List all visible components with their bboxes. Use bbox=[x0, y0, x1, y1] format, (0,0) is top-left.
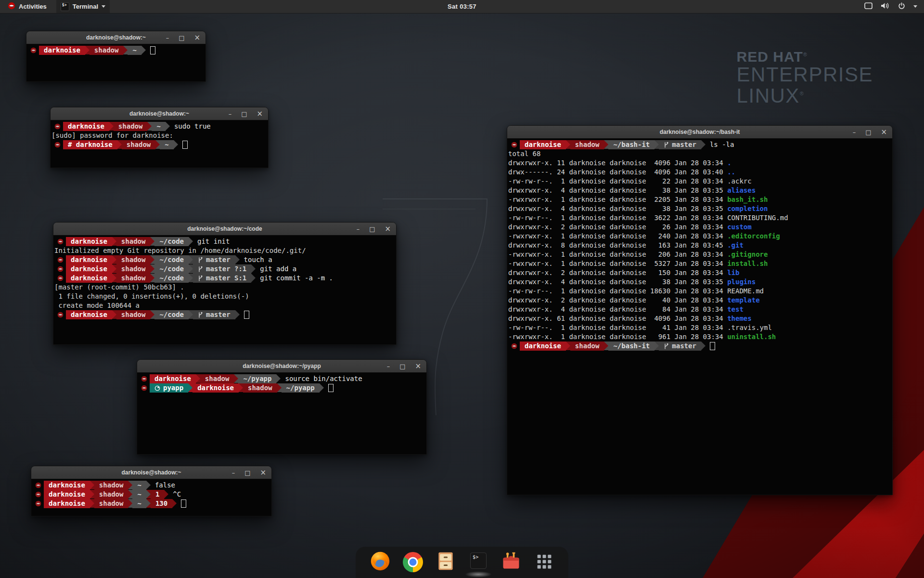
chevron-down-icon[interactable] bbox=[913, 5, 917, 8]
prompt-segment-text: master bbox=[672, 342, 696, 351]
volume-icon[interactable] bbox=[881, 2, 890, 11]
prompt-segment-text: shadow bbox=[248, 383, 272, 393]
terminal-cursor bbox=[150, 46, 155, 54]
ls-filename: plugins bbox=[727, 278, 756, 286]
window-titlebar[interactable]: darknoise@shadow:~/bash-it–□× bbox=[507, 126, 892, 139]
files-icon bbox=[435, 551, 456, 574]
prompt-segment-user: darknoise bbox=[44, 499, 90, 508]
dock-item-files[interactable] bbox=[435, 551, 457, 573]
minimize-button[interactable]: – bbox=[229, 111, 232, 117]
redhat-prompt-icon bbox=[51, 140, 63, 149]
terminal-content[interactable]: darknoiseshadow~sudo true[sudo] password… bbox=[51, 120, 268, 168]
ls-row: -rwxrwxr-x. 1 darknoise darknoise 206 Ja… bbox=[508, 250, 892, 259]
terminal-content[interactable]: darknoiseshadow~/bash-itmasterls -latota… bbox=[507, 139, 892, 495]
terminal-cursor bbox=[328, 384, 334, 392]
redhat-prompt-icon bbox=[508, 342, 520, 351]
powerline-separator-icon bbox=[239, 383, 243, 392]
prompt-segment-text: darknoise bbox=[71, 310, 107, 319]
prompt-segment-path: ~/pyapp bbox=[282, 383, 320, 393]
ls-filename: .editorconfig bbox=[727, 232, 780, 240]
prompt-segment-text: ~/code bbox=[159, 310, 184, 319]
close-button[interactable]: × bbox=[415, 363, 421, 369]
prompt-segment-user: darknoise bbox=[66, 264, 112, 274]
prompt-segment-text: darknoise bbox=[44, 46, 80, 55]
close-button[interactable]: × bbox=[881, 129, 887, 135]
window-titlebar[interactable]: darknoise@shadow:~/pyapp–□× bbox=[137, 360, 426, 373]
window-titlebar[interactable]: darknoise@shadow:~–□× bbox=[31, 466, 271, 479]
minimize-button[interactable]: – bbox=[387, 363, 390, 369]
close-button[interactable]: × bbox=[194, 35, 200, 41]
close-button[interactable]: × bbox=[257, 111, 263, 117]
close-button[interactable]: × bbox=[385, 226, 391, 232]
prompt-segment-host: shadow bbox=[570, 342, 604, 351]
maximize-button[interactable]: □ bbox=[241, 111, 247, 117]
app-menu-terminal[interactable]: $> Terminal bbox=[56, 0, 110, 13]
terminal-bash-it[interactable]: darknoise@shadow:~/bash-it–□×darknoisesh… bbox=[507, 125, 893, 495]
terminal-cursor bbox=[181, 499, 186, 508]
ls-row: -rw-rw-r--. 1 darknoise darknoise 41 Jan… bbox=[508, 323, 892, 332]
system-status-area[interactable] bbox=[864, 0, 924, 13]
prompt-segment-host: shadow bbox=[116, 310, 151, 319]
terminal-content[interactable]: darknoiseshadow~/pyappsource bin/activat… bbox=[137, 373, 426, 455]
window-titlebar[interactable]: darknoise@shadow:~–□× bbox=[51, 107, 268, 120]
terminal-code[interactable]: darknoise@shadow:~/code–□×darknoiseshado… bbox=[53, 222, 397, 345]
prompt-segment-text: shadow bbox=[575, 342, 600, 351]
minimize-button[interactable]: – bbox=[166, 35, 169, 41]
ls-columns: drwxrwxr-x. 4 darknoise darknoise 84 Jan… bbox=[508, 305, 727, 313]
terminal-home-1[interactable]: darknoise@shadow:~–□×darknoiseshadow~ bbox=[26, 31, 206, 82]
redhat-prompt-icon bbox=[54, 264, 66, 274]
clock[interactable]: Sat 03:57 bbox=[448, 3, 476, 10]
prompt-segment-text: ~ bbox=[137, 481, 141, 490]
terminal-pyapp[interactable]: darknoise@shadow:~/pyapp–□×darknoiseshad… bbox=[137, 359, 427, 455]
terminal-content[interactable]: darknoiseshadow~ bbox=[26, 44, 205, 82]
terminal-content[interactable]: darknoiseshadow~falsedarknoiseshadow~1^C… bbox=[31, 479, 271, 516]
maximize-button[interactable]: □ bbox=[399, 363, 405, 369]
terminal-prompt-line: # darknoiseshadow~ bbox=[51, 140, 268, 149]
minimize-button[interactable]: – bbox=[357, 226, 360, 232]
display-icon[interactable] bbox=[864, 2, 873, 11]
minimize-button[interactable]: – bbox=[853, 129, 856, 135]
terminal-home-exit[interactable]: darknoise@shadow:~–□×darknoiseshadow~fal… bbox=[31, 466, 272, 516]
prompt-segment-path: ~/code bbox=[154, 274, 189, 283]
window-titlebar[interactable]: darknoise@shadow:~–□× bbox=[26, 31, 205, 44]
activities-button[interactable]: Activities bbox=[5, 0, 50, 13]
dock-item-toolbox[interactable] bbox=[500, 551, 522, 573]
powerline-separator-icon bbox=[123, 46, 128, 54]
dock-item-terminal[interactable]: $> bbox=[467, 551, 489, 573]
window-controls: –□× bbox=[853, 126, 887, 138]
maximize-button[interactable]: □ bbox=[369, 226, 375, 232]
terminal-content[interactable]: darknoiseshadow~/codegit initInitialized… bbox=[53, 236, 396, 345]
maximize-button[interactable]: □ bbox=[865, 129, 871, 135]
dock-item-firefox[interactable] bbox=[369, 551, 391, 573]
window-controls: –□× bbox=[232, 466, 266, 479]
minimize-button[interactable]: – bbox=[232, 470, 235, 476]
git-branch-icon bbox=[198, 257, 203, 263]
powerline-separator-icon bbox=[128, 490, 132, 499]
prompt-segment-user: # darknoise bbox=[63, 140, 117, 149]
dock-item-chrome[interactable] bbox=[402, 551, 424, 573]
power-icon[interactable] bbox=[898, 2, 905, 11]
prompt-segment-git: master bbox=[193, 310, 235, 319]
prompt-segment-text: darknoise bbox=[525, 342, 561, 351]
rhel-logo-line2: ENTERPRISE bbox=[737, 64, 873, 85]
terminal-home-sudo[interactable]: darknoise@shadow:~–□×darknoiseshadow~sud… bbox=[50, 107, 269, 168]
close-button[interactable]: × bbox=[260, 470, 266, 476]
prompt-segment-text: shadow bbox=[99, 499, 124, 508]
maximize-button[interactable]: □ bbox=[244, 470, 250, 476]
dock-item-app-grid[interactable] bbox=[533, 551, 555, 573]
prompt-segment-text: darknoise bbox=[197, 383, 234, 393]
powerline-separator-icon bbox=[112, 264, 116, 273]
rhel-logo-line1: RED HAT® bbox=[737, 49, 873, 64]
prompt-segment-text: master bbox=[206, 310, 231, 319]
ls-columns: drwxrwxr-x. 8 darknoise darknoise 163 Ja… bbox=[508, 241, 727, 249]
prompt-segment-user: darknoise bbox=[66, 237, 112, 246]
prompt-segment-path: ~ bbox=[132, 499, 146, 508]
prompt-segment-path: ~ bbox=[152, 122, 165, 131]
maximize-button[interactable]: □ bbox=[179, 35, 184, 41]
window-titlebar[interactable]: darknoise@shadow:~/code–□× bbox=[53, 223, 396, 236]
prompt-segment-text: shadow bbox=[121, 237, 146, 246]
ls-filename: lib bbox=[727, 269, 739, 276]
powerline-separator-icon bbox=[90, 481, 94, 489]
app-menu-label: Terminal bbox=[73, 3, 98, 10]
ls-columns: -rwxrwxr-x. 1 darknoise darknoise 5327 J… bbox=[508, 260, 727, 267]
